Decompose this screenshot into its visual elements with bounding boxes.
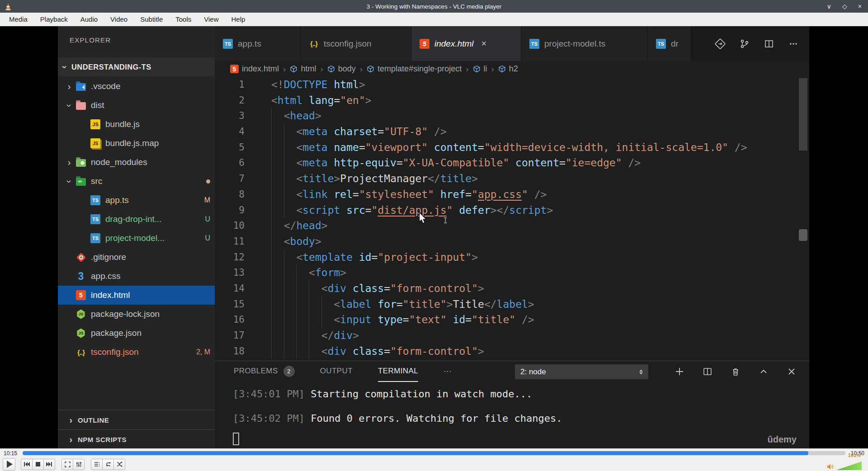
menu-playback[interactable]: Playback [34, 13, 74, 26]
token [340, 204, 346, 216]
menu-tools[interactable]: Tools [169, 13, 198, 26]
line-content: <input type="text" id="title" /> [271, 312, 534, 328]
tab-tsconfig-json[interactable]: tsconfig.json [301, 26, 411, 61]
more-actions-icon[interactable] [788, 38, 799, 50]
volume-control[interactable]: 101% [827, 458, 862, 470]
token: < [296, 126, 302, 137]
file-tree-item-package-lock-json[interactable]: package-lock.json [58, 305, 215, 324]
file-tree-item--gitignore[interactable]: .gitignore [58, 248, 215, 267]
line-content: <title>ProjectManager</title> [271, 171, 478, 187]
file-tree-item--vscode[interactable]: ›.vscode [58, 77, 215, 96]
file-tree-item-bundle-js[interactable]: bundle.js [58, 115, 215, 134]
token: " [372, 204, 378, 216]
token: > [472, 173, 478, 184]
open-changes-icon[interactable] [714, 38, 726, 50]
editor-scrollbar[interactable] [799, 78, 807, 151]
menu-media[interactable]: Media [3, 13, 34, 26]
panel-tab--[interactable]: ⋯ [443, 361, 451, 382]
tab-dr[interactable]: dr [648, 26, 691, 61]
breadcrumb-item-template-single-project[interactable]: template#single-project [367, 64, 462, 74]
terminal-output[interactable]: ûdemy [3:45:01 PM] Starting compilation … [215, 382, 809, 448]
tab-app-ts[interactable]: app.ts [215, 26, 301, 61]
file-tree-item-app-css[interactable]: app.css [58, 267, 215, 286]
file-tree-item-src[interactable]: ›src [58, 172, 215, 191]
code-editor[interactable]: 1<!DOCTYPE html>2<html lang="en">3 <head… [215, 77, 809, 361]
breadcrumb-label: li [484, 64, 487, 74]
chevron-down-icon[interactable]: › [64, 174, 75, 188]
indent-guide [271, 171, 272, 187]
minimize-icon[interactable]: ∨ [827, 0, 831, 13]
play-button[interactable] [3, 458, 15, 471]
terminal-cursor [233, 433, 239, 445]
fullscreen-button[interactable] [61, 459, 73, 470]
seek-bar[interactable] [23, 451, 845, 455]
editor-group: app.tstsconfig.jsonindex.html×project-mo… [215, 26, 809, 448]
file-tree-item-app-ts[interactable]: app.tsM [58, 191, 215, 210]
maximize-icon[interactable]: ◇ [842, 0, 847, 13]
terminal-select[interactable]: 2: node [515, 364, 648, 379]
chevron-down-icon[interactable]: › [64, 99, 75, 112]
split-terminal-icon[interactable] [702, 366, 713, 377]
file-tree-item-bundle-js-map[interactable]: bundle.js.map [58, 134, 215, 153]
token: > [315, 236, 321, 247]
menu-view[interactable]: View [198, 13, 225, 26]
file-tree-item-index-html[interactable]: index.html [58, 286, 215, 305]
extended-settings-button[interactable] [73, 459, 85, 470]
video-display[interactable]: EXPLORER › UNDERSTANDING-TS ›.vscode›dis… [0, 26, 868, 448]
token: ProjectManager [340, 173, 428, 184]
close-icon[interactable]: × [858, 0, 862, 13]
explorer-root-folder[interactable]: › UNDERSTANDING-TS [58, 57, 215, 76]
tab-project-model-ts[interactable]: project-model.ts [521, 26, 648, 61]
file-tree-item-project-model-[interactable]: project-model...U [58, 229, 215, 248]
menu-help[interactable]: Help [225, 13, 252, 26]
file-tree-item-drag-drop-int-[interactable]: drag-drop-int...U [58, 210, 215, 229]
file-tree-item-node-modules[interactable]: ›node_modules [58, 153, 215, 172]
breadcrumb-item-index-html[interactable]: index.html [230, 64, 279, 74]
random-button[interactable] [113, 459, 125, 470]
volume-slider[interactable] [836, 462, 862, 470]
split-editor-icon[interactable] [763, 38, 775, 50]
previous-button[interactable] [21, 459, 33, 470]
next-button[interactable] [43, 459, 55, 470]
chevron-right-icon[interactable]: › [62, 157, 76, 168]
file-tree-item-dist[interactable]: ›dist [58, 96, 215, 115]
breadcrumb-item-h2[interactable]: h2 [498, 64, 518, 74]
panel-tab-terminal[interactable]: TERMINAL [378, 361, 418, 382]
new-terminal-icon[interactable] [674, 366, 685, 377]
line-content: <script src="dist/app.js" defer></script… [271, 203, 553, 218]
token: /> [522, 314, 534, 325]
panel-tab-output[interactable]: OUTPUT [320, 361, 353, 382]
menu-video[interactable]: Video [104, 13, 134, 26]
breadcrumb-separator-icon: › [320, 64, 323, 74]
panel-tabs: PROBLEMS2OUTPUTTERMINAL⋯ [234, 361, 477, 382]
indent-guide [284, 140, 284, 155]
panel-tab-problems[interactable]: PROBLEMS2 [234, 361, 295, 382]
kill-terminal-icon[interactable] [730, 366, 741, 377]
breadcrumb-item-li[interactable]: li [473, 64, 487, 74]
breadcrumb-item-body[interactable]: body [327, 64, 356, 74]
token: < [321, 283, 328, 294]
source-control-icon[interactable] [739, 38, 750, 50]
sidebar-section-outline[interactable]: › OUTLINE [58, 410, 215, 430]
chevron-right-icon[interactable]: › [62, 81, 76, 92]
close-tab-icon[interactable]: × [481, 38, 487, 49]
stop-button[interactable] [32, 459, 44, 470]
menu-subtitle[interactable]: Subtitle [134, 13, 169, 26]
token: > [478, 283, 484, 294]
chevron-right-icon: › [64, 434, 78, 445]
breadcrumb-item-html[interactable]: html [290, 64, 316, 74]
token: > [547, 204, 553, 216]
menu-audio[interactable]: Audio [74, 13, 104, 26]
tab-index-html[interactable]: index.html× [411, 26, 521, 61]
loop-button[interactable] [102, 459, 114, 470]
terminal-timestamp: [3:45:01 PM] [233, 388, 311, 400]
playlist-button[interactable] [91, 459, 103, 470]
token: dist/app.js [377, 204, 446, 216]
file-tree-item-tsconfig-json[interactable]: tsconfig.json2, M [58, 343, 215, 362]
maximize-panel-icon[interactable] [758, 366, 769, 377]
sidebar-section-npm-scripts[interactable]: › NPM SCRIPTS [58, 429, 215, 448]
code-line: 6 <meta http-equiv="X-UA-Compatible" con… [215, 155, 809, 171]
breadcrumb-separator-icon: › [360, 64, 363, 74]
close-panel-icon[interactable] [786, 366, 797, 377]
file-tree-item-package-json[interactable]: package.json [58, 324, 215, 343]
